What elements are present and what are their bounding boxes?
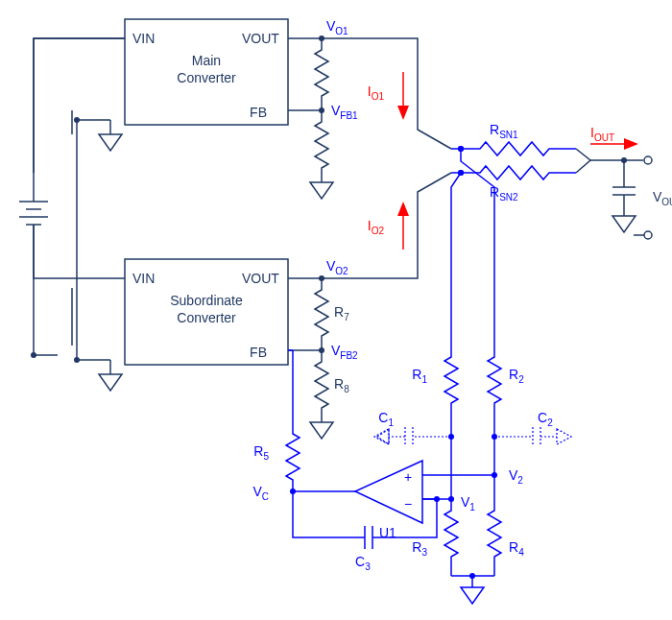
- resistor-r5: [286, 403, 300, 491]
- svg-marker-48: [557, 429, 571, 444]
- svg-point-38: [458, 170, 464, 176]
- resistor-vfb1-bot: [315, 110, 328, 182]
- svg-text:+: +: [404, 469, 412, 485]
- sub-vout-label: VOUT: [242, 271, 279, 286]
- resistor-r2: [488, 346, 501, 437]
- resistor-vfb1-top: [315, 38, 328, 110]
- v1-label: V1: [461, 494, 475, 513]
- sub-title2: Converter: [177, 310, 236, 325]
- main-vin-label: VIN: [132, 31, 155, 46]
- resistor-r1: [444, 346, 458, 437]
- vout-terminal-top: [644, 156, 652, 164]
- svg-point-61: [434, 496, 440, 502]
- main-fb-label: FB: [250, 105, 267, 120]
- ground-r8: [310, 422, 333, 439]
- vc-label: VC: [252, 484, 269, 502]
- svg-text:IOUT: IOUT: [590, 125, 614, 143]
- circuit-diagram: VIN VOUT FB Main Converter VIN VOUT FB S…: [0, 0, 672, 620]
- main-title1: Main: [192, 53, 221, 68]
- svg-text:C2: C2: [538, 410, 553, 428]
- svg-marker-43: [377, 429, 389, 444]
- ground-vout: [612, 216, 636, 232]
- main-title2: Converter: [177, 70, 236, 85]
- vo2-label: VO2: [326, 258, 348, 276]
- vout-terminal-bot: [644, 231, 652, 239]
- r1-label: R1: [412, 367, 427, 385]
- svg-marker-35: [624, 138, 638, 150]
- svg-point-8: [31, 352, 36, 358]
- vfb2-label: VFB2: [331, 343, 358, 361]
- svg-text:C3: C3: [355, 554, 371, 572]
- r3-label: R3: [412, 539, 427, 558]
- ground-r3r4: [461, 587, 484, 604]
- cap-c3: C3: [293, 491, 437, 572]
- r5-label: R5: [253, 443, 269, 462]
- svg-rect-12: [58, 346, 134, 403]
- sub-vin-label: VIN: [132, 271, 155, 286]
- io1-arrow: IO1: [368, 72, 409, 120]
- sub-fb-label: FB: [250, 345, 267, 360]
- vfb1-label: VFB1: [331, 103, 358, 121]
- svg-text:C1: C1: [378, 410, 394, 428]
- io2-arrow: IO2: [368, 202, 409, 250]
- r2-label: R2: [509, 367, 524, 385]
- vo1-label: VO1: [326, 18, 348, 36]
- rsn2: RSN2: [451, 166, 576, 203]
- resistor-r7: [315, 278, 328, 350]
- svg-text:IO1: IO1: [368, 83, 385, 102]
- r7-label: R7: [334, 304, 349, 322]
- iout-arrow: IOUT: [590, 125, 638, 150]
- main-vout-label: VOUT: [242, 31, 279, 46]
- r8-label: R8: [334, 376, 349, 394]
- rsn1: RSN1: [451, 122, 576, 155]
- sub-title1: Subordinate: [170, 293, 243, 308]
- cap-c1: C1: [374, 410, 451, 446]
- resistor-r8: [315, 350, 328, 422]
- resistor-r4: [488, 475, 501, 576]
- svg-text:−: −: [404, 496, 412, 512]
- ground-main: [99, 134, 122, 151]
- svg-text:RSN1: RSN1: [490, 122, 518, 140]
- svg-point-37: [458, 146, 464, 152]
- v2-label: V2: [509, 467, 523, 486]
- r4-label: R4: [509, 539, 524, 558]
- svg-marker-25: [397, 202, 409, 216]
- resistor-r3: [444, 499, 458, 576]
- svg-marker-22: [397, 106, 409, 120]
- ground-vfb1: [310, 182, 333, 199]
- cap-c2: C2: [494, 410, 571, 446]
- vout-label: VOUT: [653, 189, 672, 207]
- svg-marker-52: [355, 461, 422, 523]
- svg-text:IO2: IO2: [368, 218, 385, 236]
